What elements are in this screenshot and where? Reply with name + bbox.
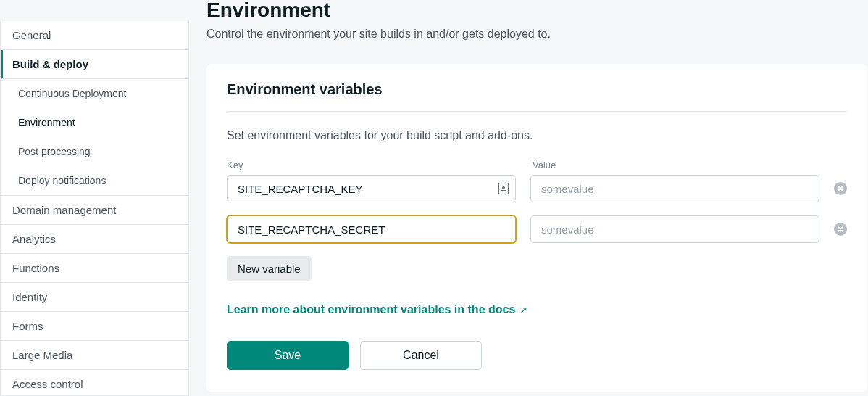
sidebar-item-identity[interactable]: Identity	[1, 283, 188, 312]
key-input-wrap	[227, 175, 516, 202]
page-subtitle: Control the environment your site builds…	[206, 28, 868, 41]
contact-card-icon	[498, 183, 509, 194]
save-button[interactable]: Save	[227, 341, 349, 370]
cancel-button[interactable]: Cancel	[360, 341, 482, 370]
field-headers: Key Value	[227, 160, 847, 170]
sidebar-item-general[interactable]: General	[1, 21, 188, 50]
remove-row-button[interactable]	[834, 182, 847, 195]
value-input-wrap	[530, 175, 819, 202]
external-link-icon: ↗	[519, 305, 527, 315]
card-divider	[227, 111, 847, 112]
remove-row-button[interactable]	[834, 223, 847, 236]
env-key-input[interactable]	[227, 175, 516, 202]
sidebar-subitem-deploy-notifications[interactable]: Deploy notifications	[1, 166, 188, 195]
sidebar-item-functions[interactable]: Functions	[1, 254, 188, 283]
value-column-label: Value	[533, 160, 824, 170]
sidebar-subitem-post-processing[interactable]: Post processing	[1, 137, 188, 166]
page-title: Environment	[206, 0, 868, 22]
env-key-input[interactable]	[227, 215, 516, 243]
main-content: Environment Control the environment your…	[189, 0, 868, 396]
sidebar-subitem-continuous-deployment[interactable]: Continuous Deployment	[1, 79, 188, 108]
new-variable-button[interactable]: New variable	[227, 256, 312, 281]
settings-sidebar: General Build & deploy Continuous Deploy…	[0, 21, 189, 396]
learn-more-link[interactable]: Learn more about environment variables i…	[227, 303, 527, 316]
env-var-row	[227, 175, 847, 202]
sidebar-item-build-deploy[interactable]: Build & deploy	[1, 50, 188, 79]
environment-variables-card: Environment variables Set environment va…	[206, 64, 867, 392]
close-icon	[838, 186, 843, 191]
sidebar-subitems-build-deploy: Continuous Deployment Environment Post p…	[1, 79, 188, 196]
value-input-wrap	[530, 215, 819, 243]
action-buttons: Save Cancel	[227, 341, 847, 370]
sidebar-item-access-control[interactable]: Access control	[1, 370, 188, 396]
sidebar-item-forms[interactable]: Forms	[1, 312, 188, 341]
env-value-input[interactable]	[530, 175, 819, 202]
key-column-label: Key	[227, 160, 518, 170]
sidebar-item-domain-management[interactable]: Domain management	[1, 196, 188, 225]
key-input-wrap	[227, 215, 516, 243]
card-description: Set environment variables for your build…	[227, 129, 847, 142]
sidebar-item-analytics[interactable]: Analytics	[1, 225, 188, 254]
card-title: Environment variables	[227, 81, 847, 98]
env-var-row	[227, 215, 847, 243]
env-value-input[interactable]	[530, 215, 819, 243]
close-icon	[838, 226, 843, 232]
sidebar-subitem-environment[interactable]: Environment	[1, 108, 188, 137]
learn-more-text: Learn more about environment variables i…	[227, 303, 515, 316]
sidebar-item-large-media[interactable]: Large Media	[1, 341, 188, 370]
